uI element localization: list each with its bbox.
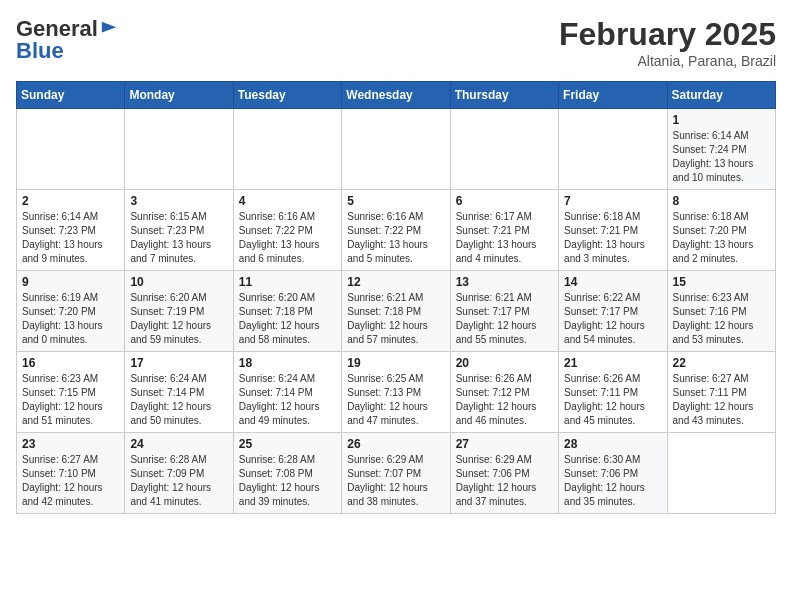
table-row: 27Sunrise: 6:29 AM Sunset: 7:06 PM Dayli… — [450, 433, 558, 514]
table-row — [342, 109, 450, 190]
logo-flag-icon — [100, 20, 118, 38]
day-info: Sunrise: 6:29 AM Sunset: 7:06 PM Dayligh… — [456, 453, 553, 509]
day-number: 18 — [239, 356, 336, 370]
day-info: Sunrise: 6:27 AM Sunset: 7:11 PM Dayligh… — [673, 372, 770, 428]
table-row: 17Sunrise: 6:24 AM Sunset: 7:14 PM Dayli… — [125, 352, 233, 433]
day-info: Sunrise: 6:30 AM Sunset: 7:06 PM Dayligh… — [564, 453, 661, 509]
day-number: 10 — [130, 275, 227, 289]
week-row-4: 23Sunrise: 6:27 AM Sunset: 7:10 PM Dayli… — [17, 433, 776, 514]
day-info: Sunrise: 6:27 AM Sunset: 7:10 PM Dayligh… — [22, 453, 119, 509]
day-info: Sunrise: 6:26 AM Sunset: 7:12 PM Dayligh… — [456, 372, 553, 428]
day-number: 1 — [673, 113, 770, 127]
table-row: 11Sunrise: 6:20 AM Sunset: 7:18 PM Dayli… — [233, 271, 341, 352]
header-monday: Monday — [125, 82, 233, 109]
day-info: Sunrise: 6:16 AM Sunset: 7:22 PM Dayligh… — [239, 210, 336, 266]
day-number: 4 — [239, 194, 336, 208]
table-row: 3Sunrise: 6:15 AM Sunset: 7:23 PM Daylig… — [125, 190, 233, 271]
week-row-2: 9Sunrise: 6:19 AM Sunset: 7:20 PM Daylig… — [17, 271, 776, 352]
day-number: 20 — [456, 356, 553, 370]
day-info: Sunrise: 6:29 AM Sunset: 7:07 PM Dayligh… — [347, 453, 444, 509]
table-row — [17, 109, 125, 190]
day-info: Sunrise: 6:17 AM Sunset: 7:21 PM Dayligh… — [456, 210, 553, 266]
table-row: 22Sunrise: 6:27 AM Sunset: 7:11 PM Dayli… — [667, 352, 775, 433]
day-info: Sunrise: 6:23 AM Sunset: 7:15 PM Dayligh… — [22, 372, 119, 428]
table-row — [125, 109, 233, 190]
week-row-0: 1Sunrise: 6:14 AM Sunset: 7:24 PM Daylig… — [17, 109, 776, 190]
day-number: 5 — [347, 194, 444, 208]
day-number: 7 — [564, 194, 661, 208]
table-row: 14Sunrise: 6:22 AM Sunset: 7:17 PM Dayli… — [559, 271, 667, 352]
table-row: 28Sunrise: 6:30 AM Sunset: 7:06 PM Dayli… — [559, 433, 667, 514]
header-saturday: Saturday — [667, 82, 775, 109]
calendar-title: February 2025 — [559, 16, 776, 53]
header-friday: Friday — [559, 82, 667, 109]
logo: General Blue — [16, 16, 118, 64]
table-row: 24Sunrise: 6:28 AM Sunset: 7:09 PM Dayli… — [125, 433, 233, 514]
week-row-1: 2Sunrise: 6:14 AM Sunset: 7:23 PM Daylig… — [17, 190, 776, 271]
day-number: 11 — [239, 275, 336, 289]
day-number: 12 — [347, 275, 444, 289]
day-info: Sunrise: 6:18 AM Sunset: 7:21 PM Dayligh… — [564, 210, 661, 266]
day-number: 27 — [456, 437, 553, 451]
day-number: 23 — [22, 437, 119, 451]
day-number: 22 — [673, 356, 770, 370]
calendar-table: Sunday Monday Tuesday Wednesday Thursday… — [16, 81, 776, 514]
table-row: 10Sunrise: 6:20 AM Sunset: 7:19 PM Dayli… — [125, 271, 233, 352]
day-info: Sunrise: 6:14 AM Sunset: 7:24 PM Dayligh… — [673, 129, 770, 185]
header-tuesday: Tuesday — [233, 82, 341, 109]
day-info: Sunrise: 6:15 AM Sunset: 7:23 PM Dayligh… — [130, 210, 227, 266]
day-number: 16 — [22, 356, 119, 370]
day-info: Sunrise: 6:14 AM Sunset: 7:23 PM Dayligh… — [22, 210, 119, 266]
svg-marker-0 — [102, 22, 116, 33]
table-row: 12Sunrise: 6:21 AM Sunset: 7:18 PM Dayli… — [342, 271, 450, 352]
day-info: Sunrise: 6:23 AM Sunset: 7:16 PM Dayligh… — [673, 291, 770, 347]
table-row: 23Sunrise: 6:27 AM Sunset: 7:10 PM Dayli… — [17, 433, 125, 514]
day-number: 28 — [564, 437, 661, 451]
table-row: 20Sunrise: 6:26 AM Sunset: 7:12 PM Dayli… — [450, 352, 558, 433]
day-info: Sunrise: 6:28 AM Sunset: 7:09 PM Dayligh… — [130, 453, 227, 509]
title-block: February 2025 Altania, Parana, Brazil — [559, 16, 776, 69]
day-number: 2 — [22, 194, 119, 208]
day-info: Sunrise: 6:20 AM Sunset: 7:18 PM Dayligh… — [239, 291, 336, 347]
day-number: 26 — [347, 437, 444, 451]
table-row: 15Sunrise: 6:23 AM Sunset: 7:16 PM Dayli… — [667, 271, 775, 352]
table-row — [559, 109, 667, 190]
table-row — [233, 109, 341, 190]
day-number: 25 — [239, 437, 336, 451]
day-number: 14 — [564, 275, 661, 289]
day-info: Sunrise: 6:21 AM Sunset: 7:18 PM Dayligh… — [347, 291, 444, 347]
day-number: 6 — [456, 194, 553, 208]
table-row: 2Sunrise: 6:14 AM Sunset: 7:23 PM Daylig… — [17, 190, 125, 271]
table-row: 5Sunrise: 6:16 AM Sunset: 7:22 PM Daylig… — [342, 190, 450, 271]
day-number: 9 — [22, 275, 119, 289]
day-number: 19 — [347, 356, 444, 370]
table-row: 21Sunrise: 6:26 AM Sunset: 7:11 PM Dayli… — [559, 352, 667, 433]
page-header: General Blue February 2025 Altania, Para… — [16, 16, 776, 69]
day-info: Sunrise: 6:20 AM Sunset: 7:19 PM Dayligh… — [130, 291, 227, 347]
week-row-3: 16Sunrise: 6:23 AM Sunset: 7:15 PM Dayli… — [17, 352, 776, 433]
table-row: 26Sunrise: 6:29 AM Sunset: 7:07 PM Dayli… — [342, 433, 450, 514]
calendar-subtitle: Altania, Parana, Brazil — [559, 53, 776, 69]
table-row: 7Sunrise: 6:18 AM Sunset: 7:21 PM Daylig… — [559, 190, 667, 271]
day-number: 15 — [673, 275, 770, 289]
header-wednesday: Wednesday — [342, 82, 450, 109]
table-row: 9Sunrise: 6:19 AM Sunset: 7:20 PM Daylig… — [17, 271, 125, 352]
day-info: Sunrise: 6:24 AM Sunset: 7:14 PM Dayligh… — [239, 372, 336, 428]
table-row: 19Sunrise: 6:25 AM Sunset: 7:13 PM Dayli… — [342, 352, 450, 433]
table-row: 18Sunrise: 6:24 AM Sunset: 7:14 PM Dayli… — [233, 352, 341, 433]
day-info: Sunrise: 6:24 AM Sunset: 7:14 PM Dayligh… — [130, 372, 227, 428]
day-number: 8 — [673, 194, 770, 208]
day-info: Sunrise: 6:26 AM Sunset: 7:11 PM Dayligh… — [564, 372, 661, 428]
header-thursday: Thursday — [450, 82, 558, 109]
calendar-header-row: Sunday Monday Tuesday Wednesday Thursday… — [17, 82, 776, 109]
table-row: 13Sunrise: 6:21 AM Sunset: 7:17 PM Dayli… — [450, 271, 558, 352]
day-info: Sunrise: 6:28 AM Sunset: 7:08 PM Dayligh… — [239, 453, 336, 509]
day-info: Sunrise: 6:25 AM Sunset: 7:13 PM Dayligh… — [347, 372, 444, 428]
table-row: 4Sunrise: 6:16 AM Sunset: 7:22 PM Daylig… — [233, 190, 341, 271]
day-info: Sunrise: 6:16 AM Sunset: 7:22 PM Dayligh… — [347, 210, 444, 266]
day-info: Sunrise: 6:19 AM Sunset: 7:20 PM Dayligh… — [22, 291, 119, 347]
day-number: 21 — [564, 356, 661, 370]
day-info: Sunrise: 6:22 AM Sunset: 7:17 PM Dayligh… — [564, 291, 661, 347]
table-row: 8Sunrise: 6:18 AM Sunset: 7:20 PM Daylig… — [667, 190, 775, 271]
day-number: 17 — [130, 356, 227, 370]
